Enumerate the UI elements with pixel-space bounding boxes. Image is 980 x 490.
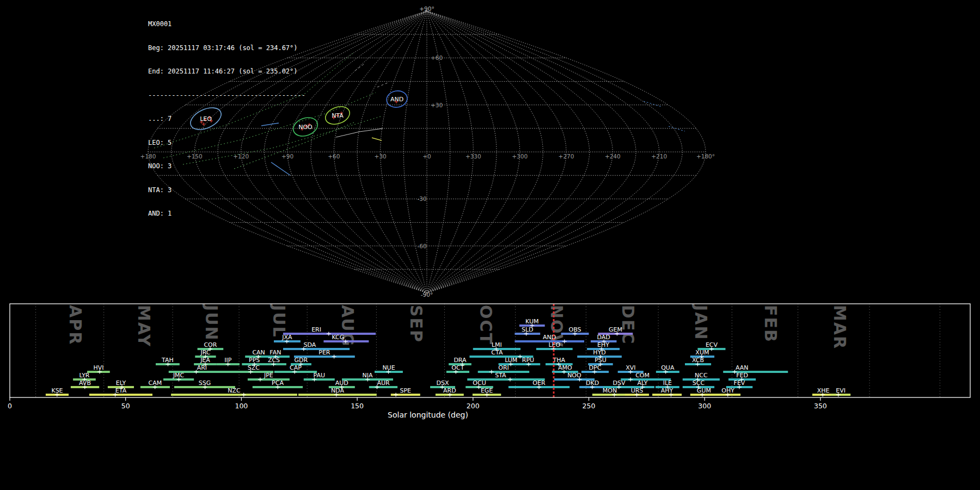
station-id: MX0001	[148, 20, 305, 28]
shower-label-DSV: DSV	[613, 379, 626, 387]
shower-HVI: HVI	[87, 364, 110, 374]
separator-line: ----------------------------------------	[148, 91, 305, 100]
shower-OER: OER	[509, 379, 569, 389]
shower-label-PCA: PCA	[272, 379, 284, 387]
x-tick-label: 300	[698, 402, 711, 410]
shower-label-JXA: JXA	[281, 334, 292, 341]
lon-label: +60	[328, 153, 340, 160]
lon-label: +210	[651, 153, 667, 160]
x-tick-label: 0	[8, 402, 12, 410]
radiant-NTA: NTA	[323, 103, 352, 127]
shower-label-LMI: LMI	[492, 341, 502, 348]
shower-label-KCG: KCG	[332, 334, 344, 341]
shower-label-NZC: NZC	[228, 387, 241, 394]
shower-label-FED: FED	[736, 372, 748, 379]
shower-label-XVI: XVI	[626, 364, 635, 371]
shower-label-TAH: TAH	[161, 357, 174, 364]
shower-AUR: AUR	[369, 379, 397, 389]
shower-URS: URS	[625, 387, 649, 397]
shower-label-NCC: NCC	[695, 372, 708, 379]
observation-begin: Beg: 20251117 03:17:46 (sol = 234.67°)	[148, 44, 305, 52]
info-panel: MX0001 Beg: 20251117 03:17:46 (sol = 234…	[148, 4, 305, 234]
shower-ARD: ARD	[436, 387, 464, 397]
shower-label-ILE: ILE	[663, 379, 672, 387]
shower-label-SCC: SCC	[693, 379, 705, 387]
radiant-AND: AND	[385, 89, 409, 109]
lon-label: +330	[465, 153, 481, 160]
shower-label-DRA: DRA	[454, 357, 467, 364]
shower-label-ETA: ETA	[115, 387, 127, 394]
shower-label-MON: MON	[603, 387, 617, 394]
shower-SPE: SPE	[391, 387, 420, 397]
south-pole-label: -90°	[421, 291, 433, 298]
shower-AAN: AAN	[723, 364, 788, 374]
shower-label-ORI: ORI	[498, 364, 509, 371]
shower-label-PSU: PSU	[595, 357, 607, 364]
month-label-dec: DEC	[618, 305, 638, 345]
radiant-label-NTA: NTA	[332, 112, 344, 119]
shower-NDA: NDA	[298, 387, 377, 397]
shower-NZC: NZC	[171, 387, 297, 397]
month-label-feb: FEB	[761, 305, 780, 343]
shower-label-URS: URS	[631, 387, 644, 394]
shower-label-OCU: OCU	[473, 379, 486, 387]
shower-label-ELY: ELY	[116, 379, 126, 387]
shower-label-DSX: DSX	[437, 379, 449, 387]
shower-label-NUE: NUE	[382, 364, 395, 371]
shower-label-ZCS: ZCS	[268, 357, 280, 364]
shower-label-XUM: XUM	[695, 349, 709, 356]
shower-label-NOO: NOO	[567, 372, 581, 379]
shower-label-PER: PER	[318, 349, 330, 356]
shower-label-IIP: IIP	[224, 357, 231, 364]
shower-label-ALY: ALY	[638, 379, 648, 387]
observation-end: End: 20251117 11:46:27 (sol = 235.02°)	[148, 68, 305, 76]
shower-label-SPE: SPE	[400, 387, 412, 394]
shower-label-XCB: XCB	[692, 357, 704, 364]
shower-label-AUD: AUD	[335, 379, 348, 387]
shower-AHY: AHY	[652, 387, 682, 397]
shower-label-RPU: RPU	[522, 357, 534, 364]
shower-label-GDR: GDR	[295, 357, 308, 364]
shower-AVB: AVB	[71, 379, 99, 389]
shower-label-JMC: JMC	[173, 372, 185, 379]
shower-label-JRC: JRC	[200, 349, 210, 356]
shower-PAU: PAU	[304, 372, 335, 382]
shower-XCB: XCB	[685, 357, 711, 366]
lat-label: +30	[431, 102, 443, 108]
shower-label-HVI: HVI	[93, 364, 103, 371]
shower-label-OBS: OBS	[569, 326, 581, 333]
shower-EGE: EGE	[473, 387, 501, 397]
shower-label-AAN: AAN	[736, 364, 749, 371]
shower-label-CAM: CAM	[149, 379, 162, 387]
shower-NUE: NUE	[375, 364, 403, 374]
shower-label-GEM: GEM	[609, 326, 622, 333]
month-label-jan: JAN	[691, 304, 710, 341]
shower-label-PAU: PAU	[314, 372, 326, 379]
screenshot-root: LEONOONTAAND +180+150+120+90+60+30+0+330…	[0, 0, 980, 490]
shower-label-LUM: LUM	[505, 357, 517, 364]
lat-label: -60	[417, 243, 426, 249]
shower-label-ERI: ERI	[311, 326, 321, 333]
lon-label: +180°	[696, 153, 715, 160]
count-noo: NOO: 3	[148, 162, 305, 170]
shower-label-FEV: FEV	[734, 379, 745, 387]
shower-KSE: KSE	[46, 387, 69, 397]
shower-ERI: ERI	[283, 326, 376, 336]
shower-OHY: OHY	[715, 387, 740, 397]
shower-label-OCT: OCT	[451, 364, 464, 371]
month-label-may: MAY	[134, 305, 154, 347]
shower-label-GUM: GUM	[697, 387, 711, 394]
shower-label-SLD: SLD	[522, 326, 534, 333]
shower-DPC: DPC	[581, 364, 609, 374]
shower-GUM: GUM	[690, 387, 718, 397]
shower-label-PPS: PPS	[249, 357, 260, 364]
lon-label: +240	[605, 153, 621, 160]
shower-SLD: SLD	[514, 326, 540, 336]
shower-SSG: SSG	[174, 379, 235, 389]
shower-label-EGE: EGE	[481, 387, 493, 394]
count-leo: LEO: 5	[148, 139, 305, 147]
shower-label-KSE: KSE	[51, 387, 63, 394]
shower-label-ECV: ECV	[706, 341, 718, 348]
shower-CAP: CAP	[274, 364, 317, 374]
sky-map: LEONOONTAAND +180+150+120+90+60+30+0+330…	[0, 0, 980, 302]
